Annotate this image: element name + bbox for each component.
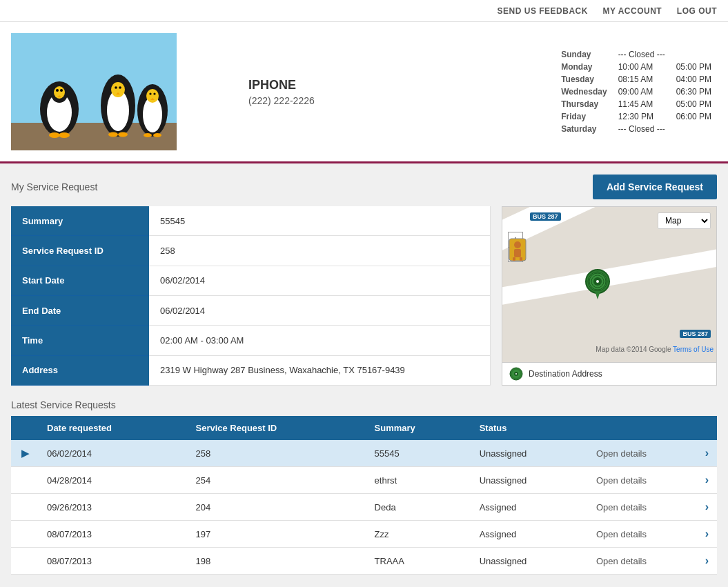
open-time: 11:45 AM [613, 98, 671, 110]
summary-cell: Deda [366, 494, 471, 521]
add-service-request-button[interactable]: Add Service Request [593, 175, 717, 199]
col-date: Date requested [39, 416, 187, 440]
summary-cell: 55545 [366, 440, 471, 467]
table-row: 04/28/2014 254 ethrst Unassigned Open de… [11, 467, 717, 494]
detail-row: End Date 06/02/2014 [11, 295, 491, 325]
table-row: 09/26/2013 204 Deda Assigned Open detail… [11, 494, 717, 521]
date-cell: 08/07/2013 [39, 548, 187, 575]
latest-requests-title: Latest Service Requests [11, 399, 717, 410]
street-view-icon[interactable] [508, 237, 527, 264]
map-background: BUS 287 BUS 287 [502, 207, 716, 372]
day-label: Thursday [555, 98, 612, 110]
action-cell[interactable]: Open details › [588, 494, 717, 521]
open-time: --- Closed --- [613, 48, 671, 61]
request-id-cell: 204 [187, 494, 366, 521]
open-details-link[interactable]: Open details [596, 529, 647, 539]
field-value: 55545 [149, 206, 491, 236]
top-navigation: SEND US FEEDBACK MY ACCOUNT LOG OUT [0, 0, 728, 22]
business-hours: Sunday --- Closed --- Monday 10:00 AM 05… [555, 48, 717, 135]
summary-cell: ethrst [366, 467, 471, 494]
svg-point-15 [111, 82, 125, 97]
svg-point-24 [146, 89, 159, 103]
row-indicator: ▶ [11, 440, 39, 467]
service-detail-table: Summary 55545 Service Request ID 258 Sta… [11, 206, 491, 386]
terms-of-use-link[interactable]: Terms of Use [673, 346, 714, 353]
field-value: 06/02/2014 [149, 266, 491, 295]
table-row: 08/07/2013 198 TRAAA Unassigned Open det… [11, 548, 717, 575]
svg-point-29 [153, 133, 161, 137]
open-time: 09:00 AM [613, 86, 671, 98]
account-link[interactable]: MY ACCOUNT [603, 6, 662, 16]
col-status: Status [471, 416, 588, 440]
table-row: 08/07/2013 197 Zzz Assigned Open details… [11, 521, 717, 548]
date-cell: 09/26/2013 [39, 494, 187, 521]
status-cell: Assigned [471, 494, 588, 521]
svg-point-11 [59, 132, 70, 138]
open-details-link[interactable]: Open details [596, 475, 647, 486]
svg-point-10 [49, 132, 60, 138]
detail-row: Time 02:00 AM - 03:00 AM [11, 326, 491, 355]
service-request-section-title: My Service Request [11, 181, 97, 192]
summary-cell: TRAAA [366, 548, 471, 575]
close-time: 06:00 PM [671, 110, 717, 123]
svg-point-25 [149, 92, 151, 94]
map-type-dropdown[interactable]: Map Satellite Hybrid [658, 212, 711, 229]
date-cell: 06/02/2014 [39, 440, 187, 467]
detail-row: Summary 55545 [11, 206, 491, 236]
svg-point-31 [514, 241, 521, 248]
close-time: 05:00 PM [671, 98, 717, 110]
open-time: 12:30 PM [613, 110, 671, 123]
close-time [671, 123, 717, 135]
requests-table: Date requested Service Request ID Summar… [11, 416, 717, 575]
svg-point-28 [144, 133, 152, 137]
svg-rect-34 [520, 257, 522, 261]
request-id-cell: 258 [187, 440, 366, 467]
company-phone: (222) 222-2226 [248, 95, 539, 106]
field-label: Time [11, 326, 149, 355]
destination-label: Destination Address [529, 369, 602, 379]
feedback-link[interactable]: SEND US FEEDBACK [498, 6, 588, 16]
open-details-link[interactable]: Open details [596, 556, 647, 566]
svg-point-8 [60, 89, 63, 92]
company-logo [11, 33, 177, 150]
action-cell[interactable]: Open details › [588, 467, 717, 494]
action-cell[interactable]: Open details › [588, 521, 717, 548]
request-id-cell: 254 [187, 467, 366, 494]
svg-point-17 [119, 86, 121, 89]
field-label: Summary [11, 206, 149, 236]
table-row: ▶ 06/02/2014 258 55545 Unassigned Open d… [11, 440, 717, 467]
field-value: 02:00 AM - 03:00 AM [149, 326, 491, 355]
summary-cell: Zzz [366, 521, 471, 548]
open-time: --- Closed --- [613, 123, 671, 135]
hours-row: Tuesday 08:15 AM 04:00 PM [555, 73, 717, 86]
main-content: My Service Request Add Service Request S… [0, 163, 728, 586]
row-indicator [11, 521, 39, 548]
detail-row: Start Date 06/02/2014 [11, 266, 491, 295]
date-cell: 04/28/2014 [39, 467, 187, 494]
field-value: 258 [149, 236, 491, 266]
open-details-link[interactable]: Open details [596, 502, 647, 513]
col-action [588, 416, 717, 440]
request-id-cell: 197 [187, 521, 366, 548]
logout-link[interactable]: LOG OUT [677, 6, 717, 16]
action-cell[interactable]: Open details › [588, 548, 717, 575]
open-time: 08:15 AM [613, 73, 671, 86]
row-indicator [11, 548, 39, 575]
status-cell: Unassigned [471, 467, 588, 494]
svg-marker-41 [595, 291, 600, 299]
day-label: Sunday [555, 48, 612, 61]
table-header-row: Date requested Service Request ID Summar… [11, 416, 717, 440]
destination-icon [509, 367, 523, 381]
svg-point-19 [108, 132, 118, 137]
open-details-link[interactable]: Open details [596, 448, 647, 459]
row-chevron: › [705, 501, 709, 513]
action-cell[interactable]: Open details › [588, 440, 717, 467]
svg-point-7 [56, 89, 59, 92]
close-time: 05:00 PM [671, 61, 717, 73]
date-cell: 08/07/2013 [39, 521, 187, 548]
status-cell: Unassigned [471, 548, 588, 575]
svg-rect-32 [514, 249, 521, 257]
map-panel: Map Satellite Hybrid + − [502, 206, 717, 386]
header-section: IPHONE (222) 222-2226 Sunday --- Closed … [0, 22, 728, 163]
day-label: Friday [555, 110, 612, 123]
